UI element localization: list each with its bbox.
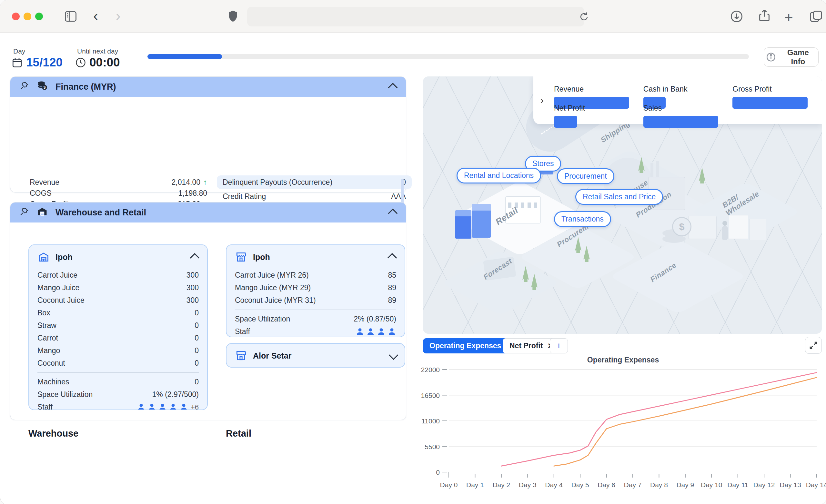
warehouse-retail-panel-title: Warehouse and Retail <box>56 208 146 218</box>
day-counter: 15/120 <box>11 56 63 69</box>
tab-overview-icon <box>809 9 823 23</box>
data-row: Space Utilization2% (0.87/50) <box>235 313 396 325</box>
game-map[interactable]: $ ShippingRetailWarehouseProcurementFore… <box>423 76 822 334</box>
chimney <box>656 161 659 178</box>
stat-bar <box>643 116 718 128</box>
warehouse-location-header[interactable]: Ipoh <box>38 245 199 269</box>
warehouse-stats-list: Machines0Space Utilization1% (2.97/500) <box>38 376 199 401</box>
data-row: Coconut0 <box>38 357 199 370</box>
svg-text:Day 8: Day 8 <box>650 481 668 489</box>
person-icon <box>148 403 156 410</box>
svg-text:11000: 11000 <box>421 417 440 425</box>
share-icon <box>757 8 772 23</box>
staff-label: Staff <box>38 403 137 410</box>
until-next-day-value: 00:00 <box>90 56 120 69</box>
svg-text:Day 9: Day 9 <box>676 481 694 489</box>
data-row: Coconut Juice (MYR 31)89 <box>235 294 396 307</box>
data-row: Revenue2,014.00↑ <box>30 177 207 188</box>
factory-building <box>688 216 717 239</box>
trend-up-icon: ↑ <box>203 178 207 187</box>
data-row: Straw0 <box>38 319 199 332</box>
data-row: Machines0 <box>38 376 199 388</box>
divider <box>38 372 199 373</box>
collapse-overlay-chevron[interactable]: › <box>538 94 546 106</box>
stats-overlay-panel: › RevenueCash in BankGross ProfitNet Pro… <box>533 76 822 124</box>
warehouse-retail-panel-header[interactable]: Warehouse and Retail <box>10 202 406 223</box>
overlay-stat-net-profit: Net Profit <box>554 104 629 116</box>
svg-text:Day 12: Day 12 <box>753 481 775 489</box>
chevron-up-icon[interactable] <box>388 208 398 218</box>
data-row: Carrot Juice300 <box>38 269 199 281</box>
svg-text:Day 5: Day 5 <box>572 481 589 489</box>
svg-text:Day 4: Day 4 <box>545 481 563 489</box>
map-pill-rental-and-locations[interactable]: Rental and Locations <box>457 168 541 184</box>
store-icon <box>235 350 247 362</box>
game-info-button[interactable]: Game Info <box>764 47 819 67</box>
map-pill-retail-sales-and-price[interactable]: Retail Sales and Price <box>575 189 663 205</box>
staff-icons <box>356 327 396 336</box>
svg-text:22000: 22000 <box>421 366 440 373</box>
overlay-stat-gross-profit: Gross Profit <box>732 85 808 97</box>
calendar-icon <box>11 57 23 68</box>
chart-line-series-2 <box>554 378 817 466</box>
day-value: 15/120 <box>26 56 63 69</box>
chevron-up-icon[interactable] <box>388 253 397 262</box>
back-button[interactable]: ‹ <box>93 9 98 23</box>
svg-text:0: 0 <box>436 468 440 476</box>
person-icon <box>388 327 396 336</box>
address-bar[interactable] <box>247 7 584 26</box>
data-row: Coconut Juice300 <box>38 294 199 307</box>
until-next-day-label: Until next day <box>77 47 118 55</box>
close-window-button[interactable] <box>12 13 20 20</box>
warehouse-section-heading: Warehouse <box>28 428 78 439</box>
day-label: Day <box>13 47 25 55</box>
warehouse-location-name: Ipoh <box>56 252 73 262</box>
svg-text:Day 11: Day 11 <box>727 481 748 489</box>
warehouse-building-icon <box>38 251 50 263</box>
person-figure <box>722 221 727 226</box>
new-tab-button[interactable]: + <box>784 9 793 26</box>
chevron-up-icon[interactable] <box>190 253 200 262</box>
tag-label: Operating Expenses <box>429 341 501 350</box>
data-row: Mango Juice (MYR 29)89 <box>235 281 396 294</box>
rental-building <box>455 210 471 239</box>
fullscreen-window-button[interactable] <box>35 13 43 20</box>
svg-text:Day 2: Day 2 <box>492 481 510 489</box>
data-row: Mango Juice300 <box>38 281 199 294</box>
chart-line-series-1 <box>501 372 817 466</box>
retail-location-header[interactable]: Ipoh <box>235 245 396 269</box>
store-icon <box>235 251 247 263</box>
divider <box>235 310 396 310</box>
until-next-day-counter: 00:00 <box>75 56 120 69</box>
day-progress-bar <box>148 54 749 59</box>
download-icon <box>729 9 744 23</box>
minimize-window-button[interactable] <box>23 13 31 20</box>
pin-icon[interactable] <box>19 207 29 218</box>
retail-location-name: Ipoh <box>253 252 270 262</box>
retail-collapsed-card[interactable]: Alor Setar <box>226 343 405 368</box>
forward-button[interactable]: › <box>116 9 121 23</box>
chevron-down-icon[interactable] <box>389 350 399 360</box>
dollar-coin: $ <box>672 217 692 236</box>
svg-text:5500: 5500 <box>425 443 440 450</box>
svg-text:Day 3: Day 3 <box>519 481 537 489</box>
b2b-panel <box>750 219 766 240</box>
b2b-panel <box>729 215 748 239</box>
coins-icon: $ <box>37 80 48 93</box>
finance-zone-tile[interactable] <box>609 239 746 314</box>
finance-panel-header[interactable]: $ Finance (MYR) <box>10 77 406 97</box>
app-window: ‹ › + Day 15/120 Until next day 00:00 <box>0 0 826 504</box>
map-pill-procurement[interactable]: Procurement <box>557 168 614 184</box>
svg-text:Day 1: Day 1 <box>466 481 484 489</box>
retail-location-card: Ipoh Carrot Juice (MYR 26)85Mango Juice … <box>226 244 405 337</box>
expand-chart-button[interactable] <box>805 337 822 354</box>
data-row: Carrot Juice (MYR 26)85 <box>235 269 396 281</box>
day-progress-fill <box>148 54 222 59</box>
chevron-up-icon[interactable] <box>388 82 398 92</box>
add-metric-button[interactable]: + <box>550 338 568 354</box>
map-pill-transactions[interactable]: Transactions <box>554 211 611 227</box>
data-row: Carrot0 <box>38 332 199 344</box>
svg-text:Day 7: Day 7 <box>624 481 642 489</box>
svg-text:Day 6: Day 6 <box>598 481 615 489</box>
pin-icon[interactable] <box>19 81 29 93</box>
